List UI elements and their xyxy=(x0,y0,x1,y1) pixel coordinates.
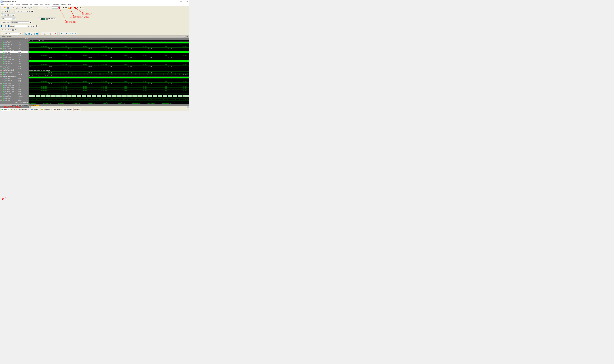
radix-1-icon[interactable]: 1 xyxy=(1,29,4,31)
bookmark1-icon[interactable]: ⬆ xyxy=(60,32,63,35)
fmt-line1-icon[interactable]: ⊢ xyxy=(48,17,50,20)
signal-values-panel[interactable]: 1'd01'd11'd01'd01'd01'd01'd11'd01'd01'd0… xyxy=(18,40,28,102)
radix-all-icon[interactable]: ALL xyxy=(12,29,14,31)
fmt-block3-icon[interactable] xyxy=(43,18,45,20)
fmt-block4-icon[interactable] xyxy=(46,18,48,20)
signal-row[interactable]: ⊞◆↳po_data xyxy=(0,66,18,68)
break-button[interactable]: ⦻ xyxy=(70,6,73,9)
cut-button[interactable]: ✂ xyxy=(13,6,15,9)
menu-help[interactable]: Help xyxy=(67,3,71,5)
tab-library[interactable]: Library× xyxy=(53,108,63,111)
signal-row[interactable]: ◆↳rx_data_reg2 xyxy=(0,88,18,90)
binoculars-icon[interactable]: 👁 xyxy=(30,6,32,9)
column-layout-select[interactable] xyxy=(11,21,29,24)
zoom-cursor-icon[interactable]: ⌖ xyxy=(9,14,12,16)
redo-button[interactable]: ↷ xyxy=(24,6,26,9)
wave-edit2-icon[interactable]: ⤷ xyxy=(20,10,23,13)
bookmark2-icon[interactable]: ⬇ xyxy=(63,32,65,35)
menu-compile[interactable]: Compile xyxy=(14,3,21,5)
wave-edit4-icon[interactable]: ⇥ xyxy=(26,10,28,13)
signal-row[interactable]: ⊞◆↳i xyxy=(0,73,18,75)
tab-transcript[interactable]: Transcript× xyxy=(18,108,30,111)
search-input[interactable] xyxy=(15,25,27,27)
bookmark4-icon[interactable]: ⇑ xyxy=(69,32,71,35)
signal-row[interactable]: ⊟◆sim:/tb_uart_rx/Gro... xyxy=(0,40,18,42)
dropdown-icon[interactable]: ▾ xyxy=(29,21,32,24)
signal-row[interactable]: ⊞◆↳bit_cnt xyxy=(0,100,18,102)
wave-dock2-icon[interactable]: □ xyxy=(185,36,187,38)
tab-objects[interactable]: Objects× xyxy=(30,108,40,111)
fmt-block2-icon[interactable] xyxy=(41,18,43,20)
cursor-tool-icon[interactable]: ↕ xyxy=(15,10,17,13)
signal-row[interactable]: ⊟◆sim:/tb_uart_rx/uar... xyxy=(0,75,18,77)
wave-edit5-icon[interactable]: ↹ xyxy=(28,10,31,13)
signal-row[interactable]: ◆↳po_data_flag xyxy=(0,59,18,60)
wave-edit6-icon[interactable]: ⇆ xyxy=(31,10,33,13)
signal-row[interactable]: ◆↳po_data_flag xyxy=(0,49,18,51)
open-button[interactable]: 📂 xyxy=(4,6,6,9)
fmt-line3-icon[interactable]: ⊥ xyxy=(53,17,56,20)
tab-processes[interactable]: Processes× xyxy=(40,108,53,111)
fmt-block1-icon[interactable] xyxy=(39,18,41,20)
edge-any-icon[interactable]: ·Ͽ· xyxy=(4,25,6,27)
signal-row[interactable]: ⊞◆↳po_data xyxy=(0,57,18,59)
window-tile2-icon[interactable]: ⬔ xyxy=(27,32,30,35)
zoom-out-icon[interactable]: 🔍- xyxy=(4,14,6,16)
measure3-icon[interactable]: ≡ xyxy=(52,32,54,35)
nav-fwd-button[interactable]: → xyxy=(46,6,49,9)
stop-button[interactable]: ⏹ xyxy=(73,6,76,9)
signal-row[interactable]: ◆↳bit_flag xyxy=(0,98,18,100)
signal-row[interactable]: ◆↳sys_clk xyxy=(0,77,18,79)
help-go-icon[interactable]: 🔎 xyxy=(13,17,15,20)
fmt-line2-icon[interactable]: ⊣ xyxy=(50,17,53,20)
window-tile1-icon[interactable]: ⬓ xyxy=(25,32,27,35)
menu-file[interactable]: File xyxy=(1,3,5,5)
tab-close-icon[interactable]: × xyxy=(8,109,9,110)
search-prev-icon[interactable]: ◂ xyxy=(30,25,33,27)
edge-next-icon[interactable]: →Ͽ xyxy=(6,25,9,27)
tab-close-icon[interactable]: × xyxy=(16,109,17,110)
menu-window[interactable]: Window xyxy=(60,3,66,5)
signal-row[interactable]: ◆↳work_en xyxy=(0,94,18,96)
new-button[interactable]: 🗋 xyxy=(1,6,4,9)
signal-row[interactable]: ◆↳rx_data xyxy=(0,46,18,48)
signal-row[interactable]: ◆↳rx_data xyxy=(0,55,18,57)
signal-row[interactable]: ◆↳sys_clk xyxy=(0,51,18,53)
measure2-icon[interactable]: ╫ xyxy=(49,32,52,35)
tab-wave[interactable]: Wave× xyxy=(1,108,10,111)
signal-row[interactable]: ◆↳sys_clk xyxy=(0,60,18,62)
wave-dock1-icon[interactable]: + xyxy=(183,36,185,38)
wave-edit1-icon[interactable]: ⤶ xyxy=(17,10,20,13)
dataflow-icon[interactable]: ⫛ xyxy=(79,6,81,9)
tab-close-icon[interactable]: × xyxy=(79,109,80,110)
copy-button[interactable]: 📋 xyxy=(15,6,18,9)
zoom-in-icon[interactable]: 🔍+ xyxy=(1,14,4,16)
signal-row[interactable]: ◆↳rx_data_reg3 xyxy=(0,90,18,92)
search-dropdown-icon[interactable]: ▾ xyxy=(27,25,30,27)
signal-row[interactable]: ⊟◆sim:/tb_uart_rx/rx_... xyxy=(0,70,18,72)
menu-tools[interactable]: Tools xyxy=(39,3,44,5)
signal-row[interactable]: ◆↳sys_rst_n xyxy=(0,79,18,81)
radix-o-icon[interactable]: O xyxy=(4,29,6,31)
undo-button[interactable]: ↶ xyxy=(21,6,24,9)
tab-sim[interactable]: sim× xyxy=(73,108,81,111)
compile-all-icon[interactable]: ⚒ xyxy=(4,10,6,13)
signal-row[interactable]: ◆↳sys_rst_n xyxy=(0,53,18,55)
pointer-tool-icon[interactable]: ↖ xyxy=(41,32,44,35)
measure1-icon[interactable]: ⫟ xyxy=(47,32,49,35)
sim-config-icon[interactable]: 🛠 xyxy=(6,10,9,13)
run-length-input[interactable] xyxy=(52,6,60,9)
run-button[interactable]: ▶ xyxy=(62,6,65,9)
menu-view[interactable]: View xyxy=(9,3,14,5)
tab-project[interactable]: Project× xyxy=(63,108,73,111)
select-box-icon[interactable]: ⬚ xyxy=(44,32,47,35)
continue-run-button[interactable]: ⏩ xyxy=(68,6,70,9)
menu-layout[interactable]: Layout xyxy=(44,3,50,5)
measure4-icon[interactable]: ⏏ xyxy=(54,32,57,35)
signal-row[interactable]: ⊞◆↳po_data xyxy=(0,83,18,85)
layout-dropdown-icon[interactable]: ▾ xyxy=(19,32,22,35)
search-next-icon[interactable]: ▸ xyxy=(33,25,35,27)
menu-wave[interactable]: Wave xyxy=(34,3,39,5)
menu-bookmarks[interactable]: Bookmarks xyxy=(51,3,59,5)
paste-button[interactable]: 📄 xyxy=(18,6,20,9)
